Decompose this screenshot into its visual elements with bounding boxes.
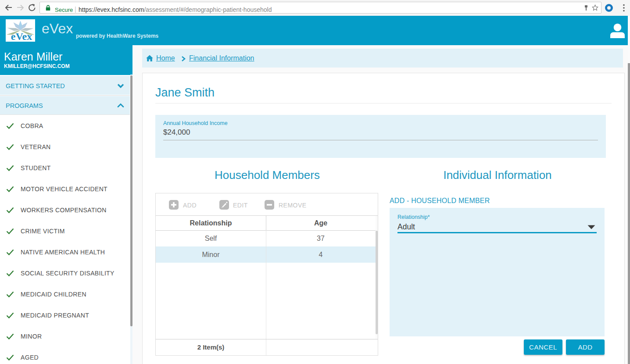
svg-text:eVex: eVex bbox=[11, 31, 32, 42]
